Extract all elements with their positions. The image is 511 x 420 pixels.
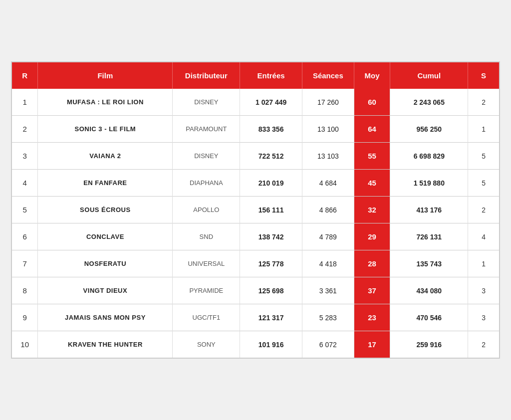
cell-cumul: 1 519 880 [390,170,468,197]
cell-moy: 60 [354,89,390,116]
cell-cumul: 470 546 [390,304,468,331]
cell-rank: 7 [12,250,38,277]
cell-moy: 32 [354,197,390,223]
cell-seances: 4 789 [302,223,354,250]
cell-entrees: 138 742 [240,223,302,250]
box-office-table: R Film Distributeur Entrées Séances Moy … [12,62,499,358]
cell-s: 3 [468,277,499,304]
cell-film: KRAVEN THE HUNTER [38,331,173,358]
cell-distributor: PARAMOUNT [173,116,240,143]
header-distributeur: Distributeur [173,62,240,89]
cell-s: 2 [468,89,499,116]
cell-s: 4 [468,223,499,250]
cell-moy: 45 [354,170,390,197]
cell-seances: 17 260 [302,89,354,116]
cell-distributor: UGC/TF1 [173,304,240,331]
cell-moy: 29 [354,223,390,250]
cell-rank: 3 [12,143,38,170]
header-entrees: Entrées [240,62,302,89]
cell-seances: 4 866 [302,197,354,223]
cell-rank: 4 [12,170,38,197]
cell-seances: 13 100 [302,116,354,143]
header-cumul: Cumul [390,62,468,89]
table-row: 7NOSFERATUUNIVERSAL125 7784 41828135 743… [12,250,499,277]
cell-moy: 28 [354,250,390,277]
cell-rank: 9 [12,304,38,331]
cell-cumul: 956 250 [390,116,468,143]
cell-film: SONIC 3 - LE FILM [38,116,173,143]
cell-moy: 37 [354,277,390,304]
cell-rank: 8 [12,277,38,304]
cell-cumul: 259 916 [390,331,468,358]
table-row: 10KRAVEN THE HUNTERSONY101 9166 07217259… [12,331,499,358]
cell-distributor: DISNEY [173,143,240,170]
cell-seances: 5 283 [302,304,354,331]
cell-film: JAMAIS SANS MON PSY [38,304,173,331]
cell-entrees: 210 019 [240,170,302,197]
header-film: Film [38,62,173,89]
cell-film: SOUS ÉCROUS [38,197,173,223]
table-row: 9JAMAIS SANS MON PSYUGC/TF1121 3175 2832… [12,304,499,331]
table-row: 1MUFASA : LE ROI LIONDISNEY1 027 44917 2… [12,89,499,116]
cell-rank: 5 [12,197,38,223]
table-row: 3VAIANA 2DISNEY722 51213 103556 698 8295 [12,143,499,170]
main-table-wrapper: R Film Distributeur Entrées Séances Moy … [11,61,500,359]
cell-entrees: 156 111 [240,197,302,223]
cell-entrees: 833 356 [240,116,302,143]
cell-s: 3 [468,304,499,331]
cell-cumul: 434 080 [390,277,468,304]
cell-entrees: 101 916 [240,331,302,358]
cell-s: 1 [468,250,499,277]
header-moy: Moy [354,62,390,89]
cell-entrees: 125 698 [240,277,302,304]
cell-cumul: 413 176 [390,197,468,223]
table-header-row: R Film Distributeur Entrées Séances Moy … [12,62,499,89]
cell-film: VINGT DIEUX [38,277,173,304]
cell-seances: 13 103 [302,143,354,170]
cell-s: 2 [468,197,499,223]
header-s: S [468,62,499,89]
cell-rank: 2 [12,116,38,143]
cell-film: NOSFERATU [38,250,173,277]
table-row: 4EN FANFAREDIAPHANA210 0194 684451 519 8… [12,170,499,197]
cell-cumul: 726 131 [390,223,468,250]
cell-film: MUFASA : LE ROI LION [38,89,173,116]
cell-distributor: PYRAMIDE [173,277,240,304]
cell-s: 1 [468,116,499,143]
cell-moy: 17 [354,331,390,358]
cell-cumul: 2 243 065 [390,89,468,116]
table-row: 6CONCLAVESND138 7424 78929726 1314 [12,223,499,250]
cell-rank: 10 [12,331,38,358]
cell-distributor: SND [173,223,240,250]
header-rank: R [12,62,38,89]
cell-moy: 23 [354,304,390,331]
cell-distributor: APOLLO [173,197,240,223]
table-row: 8VINGT DIEUXPYRAMIDE125 6983 36137434 08… [12,277,499,304]
cell-seances: 4 684 [302,170,354,197]
table-row: 2SONIC 3 - LE FILMPARAMOUNT833 35613 100… [12,116,499,143]
cell-seances: 3 361 [302,277,354,304]
cell-seances: 6 072 [302,331,354,358]
cell-cumul: 6 698 829 [390,143,468,170]
cell-s: 5 [468,143,499,170]
cell-s: 5 [468,170,499,197]
cell-entrees: 722 512 [240,143,302,170]
cell-cumul: 135 743 [390,250,468,277]
table-row: 5SOUS ÉCROUSAPOLLO156 1114 86632413 1762 [12,197,499,223]
cell-rank: 6 [12,223,38,250]
cell-distributor: DISNEY [173,89,240,116]
cell-moy: 64 [354,116,390,143]
header-seances: Séances [302,62,354,89]
cell-entrees: 1 027 449 [240,89,302,116]
cell-entrees: 121 317 [240,304,302,331]
cell-film: EN FANFARE [38,170,173,197]
cell-seances: 4 418 [302,250,354,277]
cell-s: 2 [468,331,499,358]
cell-film: CONCLAVE [38,223,173,250]
cell-distributor: DIAPHANA [173,170,240,197]
cell-entrees: 125 778 [240,250,302,277]
cell-distributor: SONY [173,331,240,358]
cell-moy: 55 [354,143,390,170]
cell-rank: 1 [12,89,38,116]
cell-film: VAIANA 2 [38,143,173,170]
